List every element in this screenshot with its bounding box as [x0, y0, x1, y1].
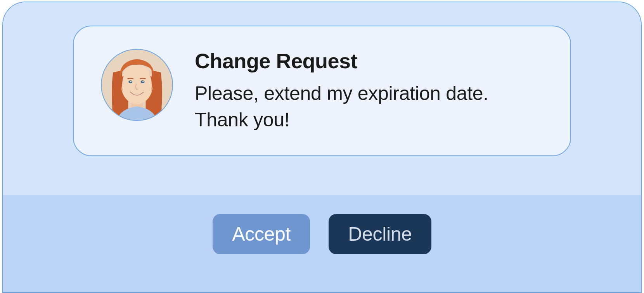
change-request-card: Change Request Please, extend my expirat…: [73, 26, 571, 156]
user-avatar: [101, 49, 173, 121]
avatar-icon: [102, 50, 172, 120]
action-bar: Accept Decline: [3, 195, 641, 292]
accept-button[interactable]: Accept: [213, 214, 310, 254]
decline-button[interactable]: Decline: [329, 214, 431, 254]
svg-point-3: [121, 65, 153, 104]
dialog-container: Change Request Please, extend my expirat…: [2, 2, 642, 293]
message-title: Change Request: [195, 49, 543, 73]
svg-point-7: [142, 81, 144, 82]
message-body: Please, extend my expiration date. Thank…: [195, 81, 543, 133]
svg-point-6: [130, 81, 132, 82]
message-text-block: Change Request Please, extend my expirat…: [195, 49, 543, 133]
dialog-content-area: Change Request Please, extend my expirat…: [3, 2, 641, 195]
